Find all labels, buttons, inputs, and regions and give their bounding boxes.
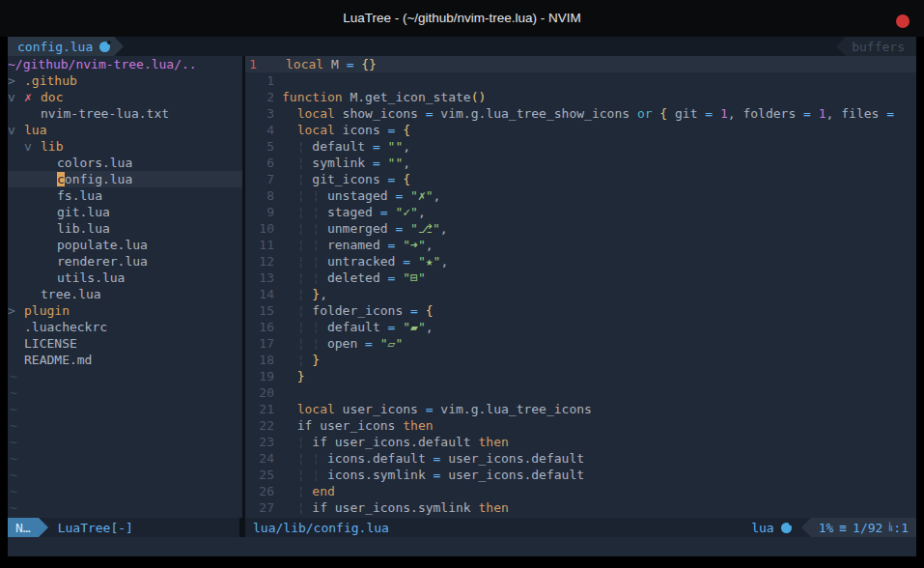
line-number: 25	[245, 467, 278, 483]
tree-item-label: nvim-tree-lua.txt	[41, 105, 169, 122]
code-token: =	[373, 156, 380, 170]
tree-item[interactable]: renderer.lua	[8, 253, 242, 270]
status-line: N… LuaTree[-] lua/lib/config.lua lua 1% …	[8, 518, 916, 537]
code-line[interactable]: 2function M.get_icon_state()	[245, 89, 916, 105]
lines-icon: ≡	[839, 521, 847, 535]
code-token: default	[327, 320, 388, 334]
code-token: =	[886, 106, 894, 121]
line-number: 19	[245, 368, 278, 384]
tree-item[interactable]: tree.lua	[8, 286, 242, 302]
line-number: 15	[245, 302, 278, 319]
code-line-text: function M.get_icon_state()	[278, 89, 486, 105]
chevron-down-icon[interactable]: v	[24, 138, 41, 155]
code-token	[410, 254, 418, 269]
tree-item[interactable]: LICENSE	[8, 335, 242, 352]
tree-item[interactable]: colors.lua	[8, 155, 242, 171]
tree-indent	[8, 138, 24, 139]
code-line[interactable]: 23 ¦ if user_icons.default then	[245, 434, 916, 450]
indent-guide: ¦	[312, 320, 327, 334]
indent-guide: ¦	[297, 188, 313, 203]
code-token: ,	[440, 221, 448, 236]
code-line[interactable]: 5 ¦ default = "",	[245, 138, 916, 155]
tab-config-lua[interactable]: config.lua	[8, 37, 114, 56]
code-line[interactable]: 1local M = {}	[245, 56, 916, 72]
code-line[interactable]: 26 ¦ end	[245, 483, 916, 499]
code-line[interactable]: 25 ¦ ¦ icons.symlink = user_icons.defaul…	[245, 467, 916, 483]
code-line[interactable]: 16 ¦ ¦ default = "▰",	[245, 319, 916, 335]
code-line[interactable]: 17 ¦ ¦ open = "▱"	[245, 335, 916, 352]
chevron-down-icon[interactable]: v	[8, 89, 24, 105]
chevron-right-icon[interactable]: >	[8, 72, 24, 89]
indent-guide: ¦	[297, 205, 313, 219]
code-line[interactable]: 27 ¦ if user_icons.symlink then	[245, 499, 916, 516]
code-token	[282, 369, 297, 383]
filetype-label: lua	[751, 521, 773, 535]
empty-line-tilde: ~	[8, 384, 242, 401]
code-line[interactable]: 9 ¦ ¦ staged = "✓",	[245, 204, 916, 220]
tree-item[interactable]: populate.lua	[8, 237, 242, 253]
code-token: if user_icons	[297, 418, 404, 433]
code-line[interactable]: 7 ¦ git_icons = {	[245, 171, 916, 187]
tree-item-label: colors.lua	[57, 155, 132, 171]
tree-item[interactable]: nvim-tree-lua.txt	[8, 105, 242, 122]
tree-indent	[8, 286, 41, 287]
chevron-down-icon[interactable]: v	[8, 122, 24, 138]
tree-item[interactable]: >.github	[8, 72, 242, 89]
code-line[interactable]: 13 ¦ ¦ deleted = "⊟"	[245, 270, 916, 286]
code-line[interactable]: 21 local user_icons = vim.g.lua_tree_ico…	[245, 401, 916, 417]
powerline-arrow-icon	[39, 518, 48, 537]
tree-item[interactable]: vlib	[8, 138, 242, 155]
code-line[interactable]: 10 ¦ ¦ unmerged = "⎇",	[245, 220, 916, 237]
code-line[interactable]: 20	[245, 384, 916, 401]
code-token	[282, 221, 297, 236]
code-line[interactable]: 24 ¦ ¦ icons.default = user_icons.defaul…	[245, 450, 916, 467]
code-line[interactable]: 4 local icons = {	[245, 122, 916, 138]
empty-line-tilde: ~	[8, 499, 242, 516]
filetype-segment: lua	[742, 518, 800, 537]
code-token	[282, 172, 297, 186]
tree-item[interactable]: lib.lua	[8, 220, 242, 237]
tree-item[interactable]: ~/github/nvim-tree.lua/..	[8, 56, 242, 72]
code-line[interactable]: 14 ¦ },	[245, 286, 916, 302]
code-token	[282, 353, 297, 367]
code-line[interactable]: 12 ¦ ¦ untracked = "★",	[245, 253, 916, 270]
tree-item[interactable]: fs.lua	[8, 187, 242, 204]
tree-item[interactable]: .luacheckrc	[8, 319, 242, 335]
empty-line-tilde: ~	[8, 434, 242, 450]
line-number: 9	[245, 204, 278, 220]
indent-guide: ¦	[297, 303, 313, 318]
empty-line-tilde: ~	[8, 368, 242, 384]
tree-indent	[8, 220, 57, 221]
line-number: 10	[245, 220, 278, 237]
code-token: vim.g.lua_tree_show_icons	[434, 106, 637, 121]
chevron-right-icon[interactable]: >	[8, 302, 24, 319]
tree-item[interactable]: config.lua	[8, 171, 242, 187]
tree-item[interactable]: v✗doc	[8, 89, 242, 105]
tree-item[interactable]: README.md	[8, 352, 242, 368]
tree-item-label: LICENSE	[24, 335, 77, 352]
tree-item[interactable]: utils.lua	[8, 270, 242, 286]
code-line[interactable]: 6 ¦ symlink = "",	[245, 155, 916, 171]
code-line-text: ¦ end	[278, 483, 335, 499]
code-token: then	[479, 500, 509, 515]
code-token: {	[403, 123, 410, 137]
command-line[interactable]	[8, 537, 916, 556]
code-line[interactable]: 1	[245, 72, 916, 89]
buffers-tab[interactable]: buffers	[846, 37, 916, 56]
code-token: function	[282, 90, 343, 104]
close-icon[interactable]	[896, 14, 910, 28]
code-token: ,	[434, 188, 441, 203]
code-line[interactable]: 3 local show_icons = vim.g.lua_tree_show…	[245, 105, 916, 122]
tree-item[interactable]: git.lua	[8, 204, 242, 220]
code-line[interactable]: 22 if user_icons then	[245, 417, 916, 434]
code-token: ,	[418, 205, 426, 219]
code-token: ,	[426, 238, 434, 252]
code-line[interactable]: 8 ¦ ¦ unstaged = "✗",	[245, 187, 916, 204]
code-line[interactable]: 18 ¦ }	[245, 352, 916, 368]
code-line[interactable]: 15 ¦ folder_icons = {	[245, 302, 916, 319]
code-line[interactable]: 11 ¦ ¦ renamed = "➜",	[245, 237, 916, 253]
code-line[interactable]: 19 }	[245, 368, 916, 384]
code-line-text	[278, 384, 282, 401]
tree-item[interactable]: vlua	[8, 122, 242, 138]
tree-item[interactable]: >plugin	[8, 302, 242, 319]
